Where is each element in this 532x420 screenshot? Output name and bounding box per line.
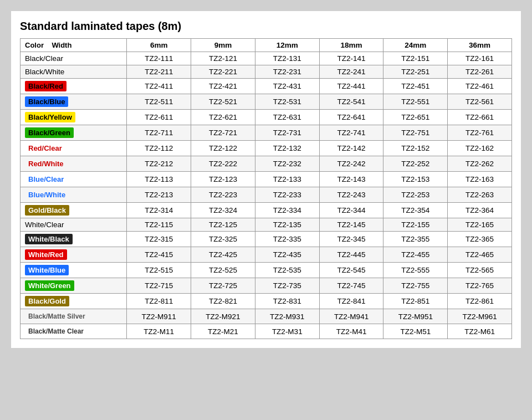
code-cell: TZ2-741 [319, 125, 383, 141]
code-cell: TZ2-212 [127, 156, 191, 172]
code-cell: TZ2-325 [191, 232, 255, 247]
color-cell: White/Blue [21, 263, 127, 278]
header-color-width: Color Width [21, 39, 127, 52]
color-cell: Gold/Black [21, 203, 127, 218]
code-cell: TZ2-M931 [255, 309, 319, 324]
code-cell: TZ2-262 [448, 156, 512, 172]
code-cell: TZ2-425 [191, 247, 255, 263]
table-row: White/ClearTZ2-115TZ2-125TZ2-135TZ2-145T… [21, 218, 512, 232]
table-header-row: Color Width 6mm 9mm 12mm 18mm 24mm 36mm [21, 39, 512, 52]
code-cell: TZ2-115 [127, 218, 191, 232]
color-badge: Black/Green [25, 127, 74, 138]
code-cell: TZ2-155 [383, 218, 448, 232]
code-cell: TZ2-535 [255, 263, 319, 278]
code-cell: TZ2-415 [127, 247, 191, 263]
color-cell: White/Clear [21, 218, 127, 232]
code-cell: TZ2-421 [191, 79, 255, 94]
color-badge: Red/Clear [25, 143, 65, 153]
code-cell: TZ2-411 [127, 79, 191, 94]
color-badge: White/Red [25, 249, 67, 260]
code-cell: TZ2-355 [383, 232, 448, 247]
code-cell: TZ2-751 [383, 125, 448, 141]
code-cell: TZ2-821 [191, 294, 255, 309]
code-cell: TZ2-515 [127, 263, 191, 278]
code-cell: TZ2-M11 [127, 324, 191, 339]
color-cell: Black/Clear [21, 52, 127, 65]
code-cell: TZ2-621 [191, 110, 255, 125]
code-cell: TZ2-314 [127, 203, 191, 218]
code-cell: TZ2-561 [448, 94, 512, 110]
table-row: White/BlackTZ2-315TZ2-325TZ2-335TZ2-345T… [21, 232, 512, 247]
page-container: Standard laminated tapes (8m) Color Widt… [11, 11, 521, 348]
code-cell: TZ2-135 [255, 218, 319, 232]
code-cell: TZ2-131 [255, 52, 319, 65]
code-cell: TZ2-M31 [255, 324, 319, 339]
color-cell: Black/Red [21, 79, 127, 94]
code-cell: TZ2-525 [191, 263, 255, 278]
code-cell: TZ2-251 [383, 65, 448, 79]
code-cell: TZ2-521 [191, 94, 255, 110]
code-cell: TZ2-711 [127, 125, 191, 141]
table-row: Black/GoldTZ2-811TZ2-821TZ2-831TZ2-841TZ… [21, 294, 512, 309]
color-cell: White/Black [21, 232, 127, 247]
code-cell: TZ2-M51 [383, 324, 448, 339]
table-body: Black/ClearTZ2-111TZ2-121TZ2-131TZ2-141T… [21, 52, 512, 339]
color-badge: White/Green [25, 280, 74, 291]
code-cell: TZ2-851 [383, 294, 448, 309]
code-cell: TZ2-755 [383, 278, 448, 294]
code-cell: TZ2-M41 [319, 324, 383, 339]
code-cell: TZ2-725 [191, 278, 255, 294]
table-row: White/BlueTZ2-515TZ2-525TZ2-535TZ2-545TZ… [21, 263, 512, 278]
header-12mm: 12mm [255, 39, 319, 52]
code-cell: TZ2-121 [191, 52, 255, 65]
table-row: Gold/BlackTZ2-314TZ2-324TZ2-334TZ2-344TZ… [21, 203, 512, 218]
code-cell: TZ2-531 [255, 94, 319, 110]
code-cell: TZ2-611 [127, 110, 191, 125]
color-cell: Black/Matte Silver [21, 309, 127, 324]
color-cell: Black/Matte Clear [21, 324, 127, 339]
color-cell: White/Green [21, 278, 127, 294]
header-9mm: 9mm [191, 39, 255, 52]
code-cell: TZ2-133 [255, 172, 319, 187]
code-cell: TZ2-745 [319, 278, 383, 294]
color-badge: White/Blue [25, 265, 69, 275]
code-cell: TZ2-243 [319, 187, 383, 203]
color-badge: Gold/Black [25, 205, 69, 216]
table-row: Black/ClearTZ2-111TZ2-121TZ2-131TZ2-141T… [21, 52, 512, 65]
code-cell: TZ2-541 [319, 94, 383, 110]
code-cell: TZ2-731 [255, 125, 319, 141]
code-cell: TZ2-545 [319, 263, 383, 278]
code-cell: TZ2-163 [448, 172, 512, 187]
color-cell: Black/Gold [21, 294, 127, 309]
color-cell: Black/Blue [21, 94, 127, 110]
code-cell: TZ2-M941 [319, 309, 383, 324]
code-cell: TZ2-565 [448, 263, 512, 278]
code-cell: TZ2-555 [383, 263, 448, 278]
header-color-label: Color [25, 41, 44, 49]
code-cell: TZ2-153 [383, 172, 448, 187]
header-36mm: 36mm [448, 39, 512, 52]
color-cell: Red/White [21, 156, 127, 172]
code-cell: TZ2-345 [319, 232, 383, 247]
color-badge: White/Black [25, 234, 73, 244]
table-row: Black/Matte ClearTZ2-M11TZ2-M21TZ2-M31TZ… [21, 324, 512, 339]
code-cell: TZ2-M21 [191, 324, 255, 339]
code-cell: TZ2-721 [191, 125, 255, 141]
color-cell: Blue/Clear [21, 172, 127, 187]
code-cell: TZ2-811 [127, 294, 191, 309]
header-18mm: 18mm [319, 39, 383, 52]
code-cell: TZ2-111 [127, 52, 191, 65]
color-badge: Blue/White [25, 189, 69, 200]
code-cell: TZ2-651 [383, 110, 448, 125]
code-cell: TZ2-122 [191, 141, 255, 156]
header-6mm: 6mm [127, 39, 191, 52]
code-cell: TZ2-631 [255, 110, 319, 125]
code-cell: TZ2-222 [191, 156, 255, 172]
code-cell: TZ2-364 [448, 203, 512, 218]
code-cell: TZ2-211 [127, 65, 191, 79]
code-cell: TZ2-151 [383, 52, 448, 65]
table-row: Red/ClearTZ2-112TZ2-122TZ2-132TZ2-142TZ2… [21, 141, 512, 156]
code-cell: TZ2-223 [191, 187, 255, 203]
code-cell: TZ2-162 [448, 141, 512, 156]
code-cell: TZ2-221 [191, 65, 255, 79]
